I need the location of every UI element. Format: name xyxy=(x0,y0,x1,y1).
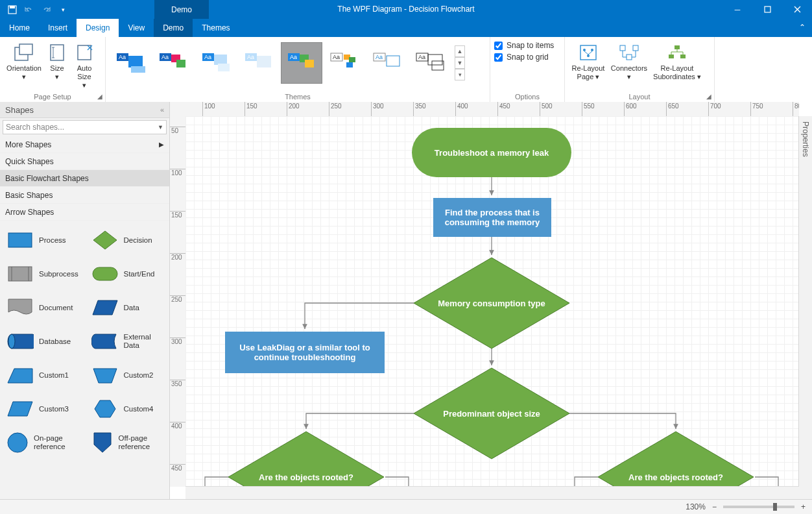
svg-point-39 xyxy=(583,49,586,51)
shape-offpage-ref[interactable]: Off-page reference xyxy=(85,426,170,459)
canvas-horizontal-scrollbar[interactable] xyxy=(185,486,799,500)
svg-text:Aa: Aa xyxy=(376,54,383,60)
page-setup-launcher-icon[interactable]: ◢ xyxy=(97,93,102,100)
gallery-up-icon[interactable]: ▲ xyxy=(455,45,465,57)
properties-panel-tab[interactable]: Properties xyxy=(798,116,812,487)
svg-rect-44 xyxy=(627,55,632,60)
window-minimize-button[interactable]: ─ xyxy=(722,0,752,19)
qat-undo-icon[interactable] xyxy=(22,3,36,17)
ribbon-tab-themes[interactable]: Themes xyxy=(193,19,239,37)
window-close-button[interactable] xyxy=(782,0,812,19)
theme-item-5-selected[interactable]: Aa xyxy=(281,42,322,84)
titlebar-demo-tab[interactable]: Demo xyxy=(154,0,209,19)
layout-launcher-icon[interactable]: ◢ xyxy=(706,93,711,100)
svg-marker-61 xyxy=(94,433,111,452)
shape-decision[interactable]: Decision xyxy=(85,223,170,257)
svg-point-55 xyxy=(8,334,15,349)
node-find-process[interactable]: Find the process that is consuming the m… xyxy=(433,198,551,237)
window-title: The WPF Diagram - Decision Flowchart xyxy=(0,0,812,19)
category-basic-flowchart[interactable]: Basic Flowchart Shapes xyxy=(0,170,169,187)
ribbon-tab-demo[interactable]: Demo xyxy=(154,19,193,37)
svg-rect-43 xyxy=(633,45,638,51)
ribbon-tab-insert[interactable]: Insert xyxy=(39,19,77,37)
search-dropdown-icon[interactable]: ▼ xyxy=(158,124,163,130)
svg-text:Aa: Aa xyxy=(119,54,126,60)
shape-process[interactable]: Process xyxy=(0,223,85,257)
category-more-shapes[interactable]: More Shapes▶ xyxy=(0,136,169,153)
svg-rect-33 xyxy=(387,56,400,66)
orientation-button[interactable]: Orientation▾ xyxy=(4,40,44,90)
shape-custom4[interactable]: Custom4 xyxy=(85,392,170,426)
ribbon-tab-view[interactable]: View xyxy=(119,19,154,37)
zoom-slider[interactable] xyxy=(723,506,794,508)
theme-item-7[interactable]: Aa xyxy=(366,42,408,84)
autosize-button[interactable]: Auto Size▾ xyxy=(70,40,99,90)
qat-save-icon[interactable] xyxy=(5,3,19,17)
snap-to-items-checkbox[interactable]: Snap to items xyxy=(494,41,560,50)
zoom-in-icon[interactable]: + xyxy=(801,502,806,511)
shape-data[interactable]: Data xyxy=(85,291,170,324)
shape-custom1[interactable]: Custom1 xyxy=(0,358,85,392)
snap-to-grid-checkbox[interactable]: Snap to grid xyxy=(494,53,560,62)
diagram-canvas[interactable]: Troubleshoot a memory leak Find the proc… xyxy=(185,116,799,487)
shape-subprocess[interactable]: Subprocess xyxy=(0,257,85,291)
svg-rect-45 xyxy=(675,45,680,49)
theme-item-2[interactable]: Aa xyxy=(152,42,194,84)
relayout-page-button[interactable]: Re-Layout Page ▾ xyxy=(569,40,608,81)
shapes-search-input[interactable]: Search shapes... ▼ xyxy=(3,120,167,134)
ribbon-collapse-icon[interactable]: ⌃ xyxy=(799,23,806,32)
canvas-area: 1001502002503003504004505005506006507007… xyxy=(170,102,812,500)
shape-external-data[interactable]: External Data xyxy=(85,324,170,358)
connectors-button[interactable]: Connectors▾ xyxy=(608,40,651,81)
node-leakdiag[interactable]: Use LeakDiag or a similar tool to contin… xyxy=(225,332,385,373)
zoom-out-icon[interactable]: − xyxy=(712,502,717,511)
svg-rect-42 xyxy=(620,45,625,51)
size-label: Size xyxy=(50,64,64,72)
svg-rect-2 xyxy=(765,6,770,12)
theme-item-6[interactable]: Aa xyxy=(324,42,365,84)
svg-rect-36 xyxy=(428,55,442,65)
svg-text:Aa: Aa xyxy=(333,54,340,60)
layout-group-label: Layout xyxy=(565,93,714,101)
qat-customize-icon[interactable]: ▾ xyxy=(56,3,70,17)
scrollbar-corner xyxy=(799,487,812,500)
theme-item-1[interactable]: Aa xyxy=(110,42,151,84)
svg-text:Aa: Aa xyxy=(418,54,425,60)
ruler-corner xyxy=(170,102,186,117)
svg-rect-4 xyxy=(19,44,32,55)
size-button[interactable]: Size▾ xyxy=(44,40,70,90)
theme-item-8[interactable]: Aa xyxy=(409,42,451,84)
shape-start-end[interactable]: Start/End xyxy=(85,257,170,291)
qat-redo-icon[interactable] xyxy=(39,3,53,17)
shape-document[interactable]: Document xyxy=(0,291,85,324)
ribbon-tab-design[interactable]: Design xyxy=(77,19,119,37)
svg-marker-59 xyxy=(95,400,115,417)
category-basic-shapes[interactable]: Basic Shapes xyxy=(0,187,169,204)
node-rooted-right[interactable]: Are the objects rooted? xyxy=(597,430,755,487)
node-start[interactable]: Troubleshoot a memory leak xyxy=(412,128,571,177)
category-quick-shapes[interactable]: Quick Shapes xyxy=(0,153,169,170)
node-predominant-size[interactable]: Predominant object size xyxy=(412,367,571,460)
window-maximize-button[interactable] xyxy=(752,0,782,19)
node-memory-type[interactable]: Memory consumption type xyxy=(412,256,571,350)
relayout-page-label: Re-Layout Page xyxy=(572,64,605,80)
svg-marker-49 xyxy=(93,231,117,249)
svg-point-40 xyxy=(591,49,593,51)
connectors-label: Connectors xyxy=(611,64,647,72)
relayout-subordinates-button[interactable]: Re-Layout Subordinates ▾ xyxy=(651,40,704,81)
shape-database[interactable]: Database xyxy=(0,324,85,358)
shapes-collapse-icon[interactable]: « xyxy=(160,106,164,114)
gallery-more-icon[interactable]: ▾ xyxy=(455,69,465,80)
theme-item-3[interactable]: Aa xyxy=(195,42,237,84)
category-arrow-shapes[interactable]: Arrow Shapes xyxy=(0,204,169,221)
shape-onpage-ref[interactable]: On-page reference xyxy=(0,426,85,459)
svg-text:Aa: Aa xyxy=(290,54,297,60)
node-rooted-left[interactable]: Are the objects rooted? xyxy=(227,430,385,487)
svg-rect-10 xyxy=(131,66,145,73)
relayout-sub-label: Re-Layout Subordinates xyxy=(653,64,695,80)
shape-custom2[interactable]: Custom2 xyxy=(85,358,170,392)
gallery-down-icon[interactable]: ▼ xyxy=(455,57,465,69)
ribbon-tab-home[interactable]: Home xyxy=(0,19,39,37)
shape-custom3[interactable]: Custom3 xyxy=(0,392,85,426)
theme-item-4[interactable]: Aa xyxy=(238,42,280,84)
